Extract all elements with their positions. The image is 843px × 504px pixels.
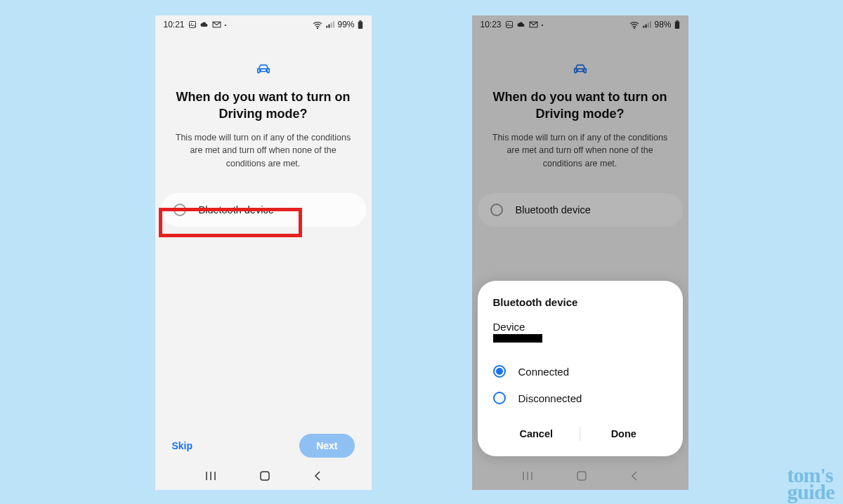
svg-point-15 xyxy=(634,27,635,28)
radio-icon xyxy=(174,204,186,216)
status-bar: 10:21 • 99% xyxy=(155,15,372,34)
svg-point-6 xyxy=(259,70,261,72)
done-button[interactable]: Done xyxy=(580,421,667,446)
page-title: When do you want to turn on Driving mode… xyxy=(472,88,688,123)
option-label: Disconnected xyxy=(518,392,582,404)
device-name-redacted xyxy=(493,334,542,343)
gmail-icon xyxy=(529,21,538,28)
recents-icon[interactable] xyxy=(204,470,217,484)
back-icon[interactable] xyxy=(630,470,639,484)
next-button[interactable]: Next xyxy=(299,434,354,458)
bluetooth-device-option[interactable]: Bluetooth device xyxy=(478,193,683,227)
svg-point-13 xyxy=(507,23,509,25)
option-label: Bluetooth device xyxy=(516,204,591,215)
svg-point-3 xyxy=(318,27,318,28)
gmail-icon xyxy=(212,21,221,28)
status-dot: • xyxy=(542,22,544,28)
svg-rect-4 xyxy=(358,21,362,28)
dialog-title: Bluetooth device xyxy=(493,296,667,308)
option-label: Bluetooth device xyxy=(199,204,274,215)
cloud-icon xyxy=(517,21,525,28)
page-subtitle: This mode will turn on if any of the con… xyxy=(472,123,688,171)
car-icon xyxy=(255,62,272,77)
svg-rect-16 xyxy=(674,21,679,28)
status-battery-text: 98% xyxy=(654,20,671,29)
home-icon[interactable] xyxy=(259,470,270,484)
device-field-label: Device xyxy=(493,321,667,333)
page-subtitle: This mode will turn on if any of the con… xyxy=(155,123,372,171)
recents-icon[interactable] xyxy=(521,470,534,484)
signal-icon xyxy=(642,21,651,29)
radio-icon xyxy=(490,204,503,216)
wifi-icon xyxy=(313,21,322,29)
battery-icon xyxy=(674,20,680,29)
phone-screenshot-left: 10:21 • 99% xyxy=(155,15,372,490)
svg-rect-12 xyxy=(506,22,512,28)
status-dot: • xyxy=(225,22,227,28)
page-title: When do you want to turn on Driving mode… xyxy=(155,88,372,123)
bluetooth-dialog: Bluetooth device Device Connected Discon… xyxy=(478,281,683,456)
status-battery-text: 99% xyxy=(337,20,354,29)
signal-icon xyxy=(325,21,334,29)
android-navbar xyxy=(472,465,688,490)
status-time: 10:23 xyxy=(481,20,502,29)
option-label: Connected xyxy=(518,366,570,378)
phone-screenshot-right: 10:23 • 98% xyxy=(472,15,688,490)
status-bar: 10:23 • 98% xyxy=(472,15,688,34)
status-time: 10:21 xyxy=(164,20,185,29)
watermark-logo: tom's guide xyxy=(787,467,835,500)
svg-rect-0 xyxy=(189,22,195,28)
cancel-button[interactable]: Cancel xyxy=(493,421,580,446)
svg-rect-23 xyxy=(577,472,586,480)
radio-icon xyxy=(493,392,506,404)
car-icon xyxy=(572,62,589,77)
radio-icon xyxy=(493,365,506,378)
back-icon[interactable] xyxy=(313,470,322,484)
android-navbar xyxy=(155,465,372,490)
bluetooth-device-option[interactable]: Bluetooth device xyxy=(161,193,366,227)
svg-point-7 xyxy=(266,70,267,72)
svg-rect-5 xyxy=(359,20,361,22)
svg-point-1 xyxy=(190,23,192,25)
svg-rect-17 xyxy=(676,20,678,22)
svg-point-19 xyxy=(582,70,584,72)
svg-rect-11 xyxy=(261,472,269,480)
connected-option[interactable]: Connected xyxy=(493,358,667,385)
wifi-icon xyxy=(629,21,639,29)
svg-point-18 xyxy=(576,70,577,72)
cloud-icon xyxy=(200,21,209,28)
image-icon xyxy=(188,20,197,29)
home-icon[interactable] xyxy=(576,470,587,484)
image-icon xyxy=(505,20,514,29)
skip-button[interactable]: Skip xyxy=(172,440,193,451)
battery-icon xyxy=(358,20,363,29)
disconnected-option[interactable]: Disconnected xyxy=(493,385,667,411)
